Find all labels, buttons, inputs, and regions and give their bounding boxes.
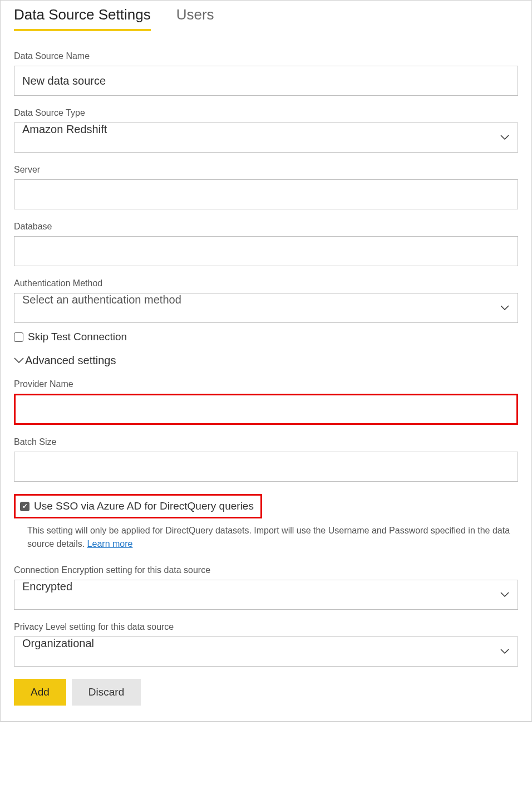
auth-method-label: Authentication Method — [14, 278, 518, 288]
database-input[interactable] — [14, 236, 518, 266]
batch-size-label: Batch Size — [14, 437, 518, 447]
data-source-name-input[interactable] — [14, 66, 518, 96]
chevron-down-icon — [14, 356, 24, 366]
encryption-label: Connection Encryption setting for this d… — [14, 565, 518, 575]
server-input[interactable] — [14, 179, 518, 209]
server-label: Server — [14, 165, 518, 175]
tabs-header: Data Source Settings Users — [14, 1, 518, 31]
privacy-label: Privacy Level setting for this data sour… — [14, 622, 518, 632]
privacy-select[interactable]: Organizational — [14, 637, 518, 667]
advanced-settings-toggle[interactable]: Advanced settings — [14, 354, 518, 367]
tab-data-source-settings[interactable]: Data Source Settings — [14, 6, 151, 31]
skip-test-label: Skip Test Connection — [28, 331, 127, 343]
provider-name-label: Provider Name — [14, 379, 518, 389]
skip-test-checkbox[interactable] — [14, 332, 23, 342]
batch-size-input[interactable] — [14, 452, 518, 482]
sso-label: Use SSO via Azure AD for DirectQuery que… — [34, 500, 254, 512]
sso-help-text: This setting will only be applied for Di… — [27, 524, 518, 551]
tab-users[interactable]: Users — [176, 6, 214, 31]
data-source-name-label: Data Source Name — [14, 51, 518, 61]
sso-checkbox[interactable] — [20, 502, 29, 511]
auth-method-select[interactable]: Select an authentication method — [14, 293, 518, 323]
sso-highlight: Use SSO via Azure AD for DirectQuery que… — [14, 494, 262, 518]
database-label: Database — [14, 222, 518, 232]
encryption-select[interactable]: Encrypted — [14, 580, 518, 610]
data-source-type-select[interactable]: Amazon Redshift — [14, 123, 518, 153]
data-source-type-label: Data Source Type — [14, 108, 518, 118]
discard-button[interactable]: Discard — [72, 679, 141, 706]
learn-more-link[interactable]: Learn more — [87, 539, 133, 549]
provider-name-input[interactable] — [17, 396, 515, 422]
advanced-settings-label: Advanced settings — [25, 354, 116, 367]
add-button[interactable]: Add — [14, 679, 66, 706]
provider-name-highlight — [14, 394, 518, 425]
